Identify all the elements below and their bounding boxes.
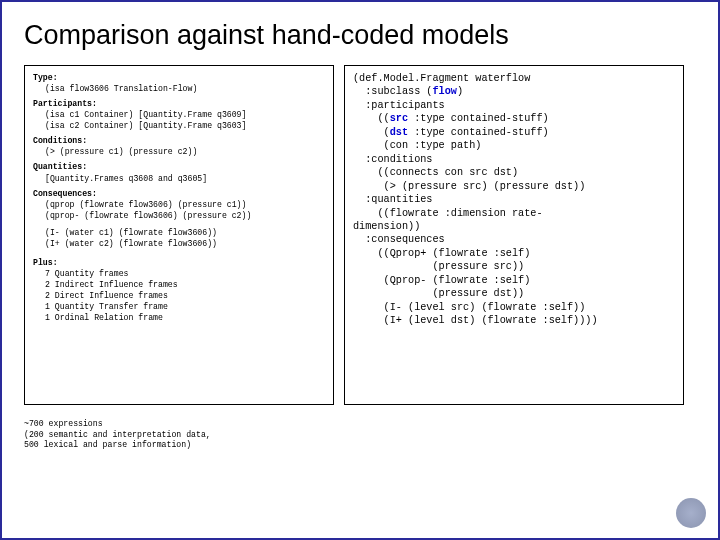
instance-box: Type: (isa flow3606 Translation-Flow) Pa…	[24, 65, 334, 405]
plus-3: 2 Direct Influence frames	[33, 290, 325, 301]
conseq-3: (I- (water c1) (flowrate flow3606))	[33, 227, 325, 238]
quantities-label: Quantities:	[33, 161, 325, 172]
seal-icon	[676, 498, 706, 528]
conseq-2: (qprop- (flowrate flow3606) (pressure c2…	[33, 210, 325, 221]
slide-title: Comparison against hand-coded models	[24, 20, 696, 51]
conditions-1: (> (pressure c1) (pressure c2))	[33, 146, 325, 157]
footer-note: ~700 expressions (200 semantic and inter…	[24, 419, 696, 451]
footer-3: 500 lexical and parse information)	[24, 440, 696, 451]
participants-label: Participants:	[33, 98, 325, 109]
content-columns: Type: (isa flow3606 Translation-Flow) Pa…	[24, 65, 696, 405]
participants-1: (isa c1 Container) [Quantity.Frame q3609…	[33, 109, 325, 120]
slide: Comparison against hand-coded models Typ…	[0, 0, 720, 540]
conseq-4: (I+ (water c2) (flowrate flow3606))	[33, 238, 325, 249]
footer-1: ~700 expressions	[24, 419, 696, 430]
model-fragment-box: (def.Model.Fragment waterflow :subclass …	[344, 65, 684, 405]
plus-2: 2 Indirect Influence frames	[33, 279, 325, 290]
type-label: Type:	[33, 72, 325, 83]
slide-inner: Comparison against hand-coded models Typ…	[2, 2, 718, 538]
consequences-label: Consequences:	[33, 188, 325, 199]
participants-2: (isa c2 Container) [Quantity.Frame q3603…	[33, 120, 325, 131]
conditions-label: Conditions:	[33, 135, 325, 146]
plus-1: 7 Quantity frames	[33, 268, 325, 279]
type-line: (isa flow3606 Translation-Flow)	[33, 83, 325, 94]
plus-label: Plus:	[33, 257, 325, 268]
plus-4: 1 Quantity Transfer frame	[33, 301, 325, 312]
quantities-1: [Quantity.Frames q3608 and q3605]	[33, 173, 325, 184]
footer-2: (200 semantic and interpretation data,	[24, 430, 696, 441]
code-block: (def.Model.Fragment waterflow :subclass …	[353, 72, 675, 328]
plus-5: 1 Ordinal Relation frame	[33, 312, 325, 323]
conseq-1: (qprop (flowrate flow3606) (pressure c1)…	[33, 199, 325, 210]
